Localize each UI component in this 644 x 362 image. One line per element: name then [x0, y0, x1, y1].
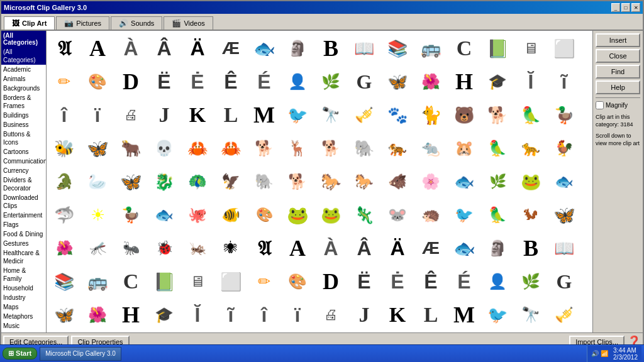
clip-item[interactable]: M [448, 299, 480, 331]
clip-item[interactable]: Ê [214, 65, 247, 98]
clip-item[interactable]: À [314, 232, 347, 265]
clip-item[interactable]: î [48, 99, 80, 131]
clip-item[interactable]: 𝔄 [248, 232, 280, 265]
clip-item[interactable]: 🦋 [114, 165, 147, 198]
magnify-checkbox[interactable] [596, 101, 604, 109]
clip-item[interactable]: G [548, 265, 580, 298]
clip-item[interactable]: 🦆 [548, 99, 580, 131]
sidebar-item-industry[interactable]: Industry [1, 293, 46, 302]
clip-item[interactable]: 🐎 [314, 165, 347, 198]
clip-item[interactable]: 🌿 [314, 65, 347, 98]
clip-item[interactable]: À [114, 32, 147, 65]
clip-item[interactable]: Ë [148, 65, 180, 98]
clip-item[interactable]: 🐻 [448, 99, 480, 131]
clip-item[interactable]: ï [281, 299, 314, 331]
sidebar-item-currency[interactable]: Currency [1, 166, 46, 175]
clip-item[interactable]: M [248, 99, 280, 131]
clip-item[interactable]: 🎓 [148, 299, 180, 331]
clip-item[interactable]: 🖥 [514, 32, 547, 65]
clip-item[interactable]: 🦀 [181, 132, 214, 165]
clip-item[interactable]: 🎨 [248, 199, 280, 231]
clip-item[interactable]: 🎨 [281, 265, 314, 298]
clip-item[interactable]: Â [348, 232, 380, 265]
clip-item[interactable]: Æ [214, 32, 247, 65]
clip-item[interactable]: 🐟 [448, 165, 480, 198]
clip-item[interactable]: 🎺 [548, 299, 580, 331]
sidebar-item-cartoons[interactable]: Cartoons [1, 147, 46, 156]
clip-item[interactable]: 🐕 [481, 99, 514, 131]
clip-item[interactable]: 🐂 [114, 132, 147, 165]
clip-item[interactable]: 🕷 [214, 232, 247, 265]
clip-item[interactable]: 🦎 [348, 199, 380, 231]
clip-item[interactable]: Ė [381, 265, 414, 298]
clip-item[interactable]: 🦈 [48, 199, 80, 231]
clip-item[interactable]: K [381, 299, 414, 331]
clip-item[interactable]: 🐘 [348, 132, 380, 165]
clip-item[interactable]: 🦗 [181, 232, 214, 265]
sidebar-item-academic[interactable]: Academic [1, 65, 46, 74]
clip-item[interactable]: 🐘 [248, 165, 280, 198]
clip-item[interactable]: 📖 [348, 32, 380, 65]
clip-item[interactable]: 🚌 [414, 32, 447, 65]
sidebar-item-animals[interactable]: Animals [1, 74, 46, 84]
clip-item[interactable]: H [114, 299, 147, 331]
clip-item[interactable]: 💀 [148, 132, 180, 165]
sidebar-item-business[interactable]: Business [1, 120, 46, 129]
clip-item[interactable]: ï [81, 99, 114, 131]
clip-item[interactable]: 📖 [548, 232, 580, 265]
clip-item[interactable]: î [248, 299, 280, 331]
sidebar-item-downloaded[interactable]: Downloaded Clips [1, 193, 46, 211]
sidebar-item-food[interactable]: Food & Dining [1, 229, 46, 239]
start-button[interactable]: ⊞ Start [3, 348, 37, 359]
clip-item[interactable]: 👤 [481, 265, 514, 298]
clip-item[interactable]: 🐜 [114, 232, 147, 265]
clip-item[interactable]: Ė [181, 65, 214, 98]
clip-item[interactable]: 🐊 [48, 165, 80, 198]
clip-item[interactable]: 🦀 [214, 132, 247, 165]
clip-item[interactable]: 🌺 [81, 299, 114, 331]
clip-item[interactable]: 🎓 [481, 65, 514, 98]
clip-item[interactable]: Ë [348, 265, 380, 298]
sidebar-item-flags[interactable]: Flags [1, 220, 46, 229]
sidebar-item-borders[interactable]: Borders & Frames [1, 93, 46, 111]
clip-item[interactable]: A [81, 32, 114, 65]
clip-item[interactable]: 👤 [281, 65, 314, 98]
clip-item[interactable]: 📚 [381, 32, 414, 65]
sidebar-item-all[interactable]: (All Categories) [1, 47, 46, 65]
clip-item[interactable]: 📗 [148, 265, 180, 298]
clip-item[interactable]: J [148, 99, 180, 131]
clip-item[interactable]: 🌸 [414, 165, 447, 198]
clip-item[interactable]: 🌿 [481, 165, 514, 198]
clip-item[interactable]: 🐟 [448, 232, 480, 265]
clip-item[interactable]: 🐎 [348, 165, 380, 198]
clip-item[interactable]: A [281, 232, 314, 265]
maximize-button[interactable]: □ [621, 3, 630, 12]
clip-item[interactable]: 🦜 [481, 199, 514, 231]
clip-item[interactable]: 🖥 [181, 265, 214, 298]
clip-item[interactable]: 🌺 [48, 232, 80, 265]
clip-item[interactable]: 🐠 [214, 199, 247, 231]
clip-item[interactable]: L [414, 299, 447, 331]
sidebar-item-healthcare[interactable]: Healthcare & Medicir [1, 248, 46, 266]
clip-item[interactable]: 🗿 [281, 32, 314, 65]
clip-item[interactable]: 🐦 [448, 199, 480, 231]
taskbar-app-clip[interactable]: Microsoft Clip Gallery 3.0 [40, 347, 121, 361]
sidebar-item-buildings[interactable]: Buildings [1, 111, 46, 120]
clip-item[interactable]: 🐿 [514, 199, 547, 231]
clip-item[interactable]: 🦋 [548, 199, 580, 231]
clip-item[interactable]: ✏ [48, 65, 80, 98]
find-button[interactable]: Find [596, 65, 640, 79]
clip-item[interactable]: 🐞 [148, 232, 180, 265]
clip-item[interactable]: 🐗 [381, 165, 414, 198]
clip-item[interactable]: 🐝 [48, 132, 80, 165]
clip-item[interactable]: C [448, 32, 480, 65]
clip-item[interactable]: 🔭 [514, 299, 547, 331]
clip-item[interactable]: 🐹 [448, 132, 480, 165]
sidebar-item-dividers[interactable]: Dividers & Decorator [1, 175, 46, 193]
clip-item[interactable]: H [448, 65, 480, 98]
clip-item[interactable]: ⬜ [214, 265, 247, 298]
clip-item[interactable]: G [348, 65, 380, 98]
minimize-button[interactable]: _ [611, 3, 620, 12]
clip-item[interactable]: 🐕 [248, 132, 280, 165]
clip-item[interactable]: 🐭 [381, 199, 414, 231]
